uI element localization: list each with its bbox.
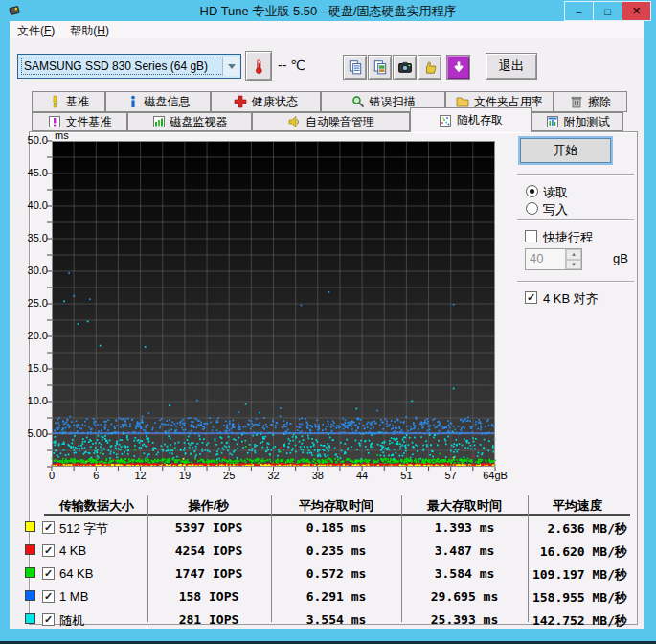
save-arrow-icon xyxy=(451,59,466,75)
exit-button[interactable]: 退出 xyxy=(486,53,537,80)
drive-select-value: SAMSUNG SSD 830 Series (64 gB) xyxy=(22,58,222,74)
avg-speed-value: 158.955 MB/秒 xyxy=(528,589,627,607)
x-tick-label: 19 xyxy=(168,470,202,481)
max-access-value: 25.393 ms xyxy=(402,612,527,627)
y-tick-label: 50.0 xyxy=(17,134,48,146)
iops-value: 1747 IOPS xyxy=(147,566,271,581)
y-tick-label: 45.0 xyxy=(17,167,48,178)
window-controls: – □ ✕ xyxy=(565,1,651,21)
scatter-icon xyxy=(439,114,452,127)
extra-tests-icon xyxy=(546,115,559,128)
max-access-value: 3.584 ms xyxy=(402,566,527,581)
read-radio[interactable] xyxy=(526,185,538,197)
series-label: 4 KB xyxy=(59,543,86,558)
start-button[interactable]: 开始 xyxy=(520,138,611,163)
tab-随机存取[interactable]: 随机存取 xyxy=(410,107,532,132)
short-stroke-checkbox[interactable] xyxy=(525,230,537,242)
tab-label: 自动噪音管理 xyxy=(305,114,374,130)
avg-access-value: 0.572 ms xyxy=(274,566,398,581)
table-header: 操作/秒 xyxy=(151,497,266,515)
align-checkbox[interactable]: ✓ xyxy=(525,291,537,304)
iops-value: 4254 IOPS xyxy=(147,543,271,558)
hand-button[interactable] xyxy=(418,55,441,80)
trash-icon xyxy=(570,95,583,108)
y-tick-label: 20.0 xyxy=(17,330,48,341)
tab-擦除[interactable]: 擦除 xyxy=(554,91,627,112)
camera-button[interactable] xyxy=(393,55,417,80)
tab-磁盘监视器[interactable]: 磁盘监视器 xyxy=(127,112,252,131)
tab-文件基准[interactable]: 文件基准 xyxy=(32,112,127,131)
series-checkbox[interactable]: ✓ xyxy=(42,521,55,534)
copy-image-icon xyxy=(373,59,388,75)
x-tick-label: 44 xyxy=(345,470,379,481)
folder-icon xyxy=(456,95,469,108)
y-tick-label: 30.0 xyxy=(17,264,48,276)
legend-swatch xyxy=(25,521,35,532)
y-tick-label: 15.0 xyxy=(17,362,48,374)
info-icon xyxy=(126,95,140,108)
series-label: 512 字节 xyxy=(59,520,108,538)
capacity-value: 40 xyxy=(526,249,565,269)
spin-down-icon: ▼ xyxy=(566,260,581,270)
tab-label: 错误扫描 xyxy=(370,94,416,110)
avg-access-value: 0.235 ms xyxy=(274,543,398,558)
save-arrow-button[interactable] xyxy=(446,55,470,80)
tab-健康状态[interactable]: 健康状态 xyxy=(211,91,321,112)
drive-select[interactable]: SAMSUNG SSD 830 Series (64 gB) xyxy=(17,54,241,79)
legend-swatch xyxy=(25,590,35,601)
series-checkbox[interactable]: ✓ xyxy=(42,567,55,580)
capacity-unit: gB xyxy=(613,251,628,265)
tab-基准[interactable]: 基准 xyxy=(32,91,105,112)
tab-label: 附加测试 xyxy=(564,114,610,130)
menu-item-H[interactable]: 帮助(H) xyxy=(62,21,117,39)
avg-access-value: 3.554 ms xyxy=(274,612,398,627)
copy-image-button[interactable] xyxy=(368,55,392,80)
minimize-button[interactable]: – xyxy=(564,1,594,21)
close-button[interactable]: ✕ xyxy=(622,1,651,21)
y-tick-label: 10.0 xyxy=(17,395,48,406)
tab-自动噪音管理[interactable]: 自动噪音管理 xyxy=(252,112,410,131)
copy-text-button[interactable] xyxy=(343,55,367,80)
menu-item-F[interactable]: 文件(F) xyxy=(10,21,62,39)
maximize-button[interactable]: □ xyxy=(593,1,622,21)
write-radio-label: 写入 xyxy=(543,201,568,218)
max-access-value: 1.393 ms xyxy=(402,520,527,535)
spin-up-icon: ▲ xyxy=(566,249,581,260)
write-radio[interactable] xyxy=(526,202,538,215)
table-header: 平均速度 xyxy=(525,497,630,515)
hand-icon xyxy=(422,59,438,75)
y-tick-label: 35.0 xyxy=(17,232,48,243)
thermometer-icon xyxy=(251,58,266,74)
avg-speed-value: 16.620 MB/秒 xyxy=(528,543,627,561)
tab-label: 基准 xyxy=(66,94,89,110)
disk-monitor-icon xyxy=(152,115,166,128)
y-tick-label: 40.0 xyxy=(17,199,48,211)
tab-label: 磁盘监视器 xyxy=(170,114,228,130)
avg-access-value: 6.291 ms xyxy=(274,589,398,604)
series-checkbox[interactable]: ✓ xyxy=(42,590,55,603)
header-underline xyxy=(44,514,630,516)
temperature-button[interactable] xyxy=(245,51,272,80)
avg-speed-value: 142.752 MB/秒 xyxy=(528,612,627,630)
table-header: 平均存取时间 xyxy=(279,497,394,515)
legend-swatch xyxy=(25,613,35,624)
capacity-spinner[interactable]: 40 ▲▼ xyxy=(525,248,582,270)
tab-附加测试[interactable]: 附加测试 xyxy=(532,112,623,131)
series-label: 1 MB xyxy=(59,589,88,604)
x-tick-label: 32 xyxy=(257,470,291,481)
table-header: 最大存取时间 xyxy=(407,497,522,515)
series-checkbox[interactable]: ✓ xyxy=(42,613,55,626)
health-cross-icon xyxy=(234,95,247,108)
spinner-buttons[interactable]: ▲▼ xyxy=(565,249,581,269)
series-checkbox[interactable]: ✓ xyxy=(42,544,55,557)
chevron-down-icon xyxy=(222,57,239,76)
x-tick-label: 51 xyxy=(389,470,423,481)
tab-磁盘信息[interactable]: 磁盘信息 xyxy=(105,91,211,112)
window-title: HD Tune 专业版 5.50 - 硬盘/固态硬盘实用程序 xyxy=(0,3,656,20)
iops-value: 281 IOPS xyxy=(147,612,271,627)
read-radio-label: 读取 xyxy=(543,184,568,201)
separator xyxy=(517,219,634,220)
tab-label: 磁盘信息 xyxy=(145,94,191,110)
tab-label: 健康状态 xyxy=(252,94,298,110)
separator xyxy=(517,281,634,282)
